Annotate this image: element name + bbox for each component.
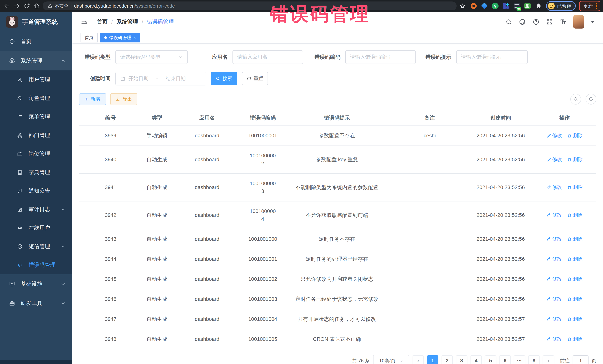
export-button[interactable]: 导出 xyxy=(110,93,137,105)
github-icon[interactable] xyxy=(519,18,526,25)
page-size-select[interactable]: 10条/页 xyxy=(373,355,409,364)
goto-page-input[interactable] xyxy=(573,355,589,364)
tag-home[interactable]: 首页 xyxy=(81,33,98,43)
edit-link[interactable]: 修改 xyxy=(546,156,562,163)
fullscreen-icon[interactable] xyxy=(546,19,553,25)
cell-type: 自动生成 xyxy=(142,309,172,329)
edit-link[interactable]: 修改 xyxy=(546,296,562,302)
edit-link[interactable]: 修改 xyxy=(546,276,562,282)
page-button-1[interactable]: 1 xyxy=(427,355,438,364)
more-pages-button[interactable]: ••• xyxy=(514,355,525,364)
browser-back-icon[interactable] xyxy=(3,2,11,10)
page-button-2[interactable]: 2 xyxy=(441,355,453,364)
browser-home-icon[interactable] xyxy=(33,2,41,10)
sidebar-collapse-bar[interactable] xyxy=(0,360,72,364)
delete-link[interactable]: 删除 xyxy=(567,296,583,302)
user-menu-caret-icon[interactable] xyxy=(591,21,595,23)
not-secure-warning[interactable]: 不安全 xyxy=(47,3,69,9)
chrome-menu-icon[interactable] xyxy=(596,3,597,9)
sidebar-item-infrastructure[interactable]: 基础设施 xyxy=(0,274,72,294)
tag-close-icon[interactable]: × xyxy=(134,36,136,40)
help-icon[interactable] xyxy=(533,18,540,25)
edit-link[interactable]: 修改 xyxy=(546,336,562,342)
sidebar-item-sms-management[interactable]: 短信管理 xyxy=(0,237,72,256)
prev-page-button[interactable]: ‹ xyxy=(413,355,424,364)
sidebar-item-dev-tools[interactable]: 研发工具 xyxy=(0,294,72,313)
profile-paused-badge[interactable]: 已暂停 xyxy=(546,1,576,11)
hide-search-icon[interactable] xyxy=(570,94,581,105)
tag-label: 首页 xyxy=(85,35,93,41)
extensions-puzzle-icon[interactable] xyxy=(534,2,543,10)
delete-link[interactable]: 删除 xyxy=(567,212,583,218)
browser-forward-icon[interactable] xyxy=(13,2,21,10)
edit-link[interactable]: 修改 xyxy=(546,316,562,322)
extension-icon-green-y[interactable]: y xyxy=(491,2,499,10)
page-button-8[interactable]: 8 xyxy=(528,355,540,364)
edit-link[interactable]: 修改 xyxy=(546,132,562,139)
cell-message: 定时任务不存在 xyxy=(283,229,391,249)
extension-icon-gem[interactable] xyxy=(481,2,488,10)
refresh-table-icon[interactable] xyxy=(586,94,596,105)
app-logo[interactable]: 芋道管理系统 xyxy=(0,12,72,32)
page-button-4[interactable]: 4 xyxy=(471,355,482,364)
sidebar-item-department-management[interactable]: 部门管理 xyxy=(0,126,72,144)
breadcrumb-system[interactable]: 系统管理 xyxy=(116,18,138,26)
hamburger-icon[interactable] xyxy=(81,18,88,26)
sidebar-item-announcement[interactable]: 通知公告 xyxy=(0,182,72,200)
delete-link[interactable]: 删除 xyxy=(567,336,583,342)
update-button-label: 更新 xyxy=(583,3,593,9)
delete-link[interactable]: 删除 xyxy=(567,184,583,190)
extension-icon-list-on[interactable]: on xyxy=(513,2,521,10)
extension-icon-orange[interactable] xyxy=(470,2,477,10)
user-icon xyxy=(16,77,23,82)
search-button[interactable]: 搜索 xyxy=(211,72,237,85)
error-message-input[interactable] xyxy=(461,54,523,60)
app-name-input[interactable] xyxy=(237,54,298,60)
date-range-picker[interactable]: 开始日期 - 结束日期 xyxy=(116,72,206,86)
error-type-select[interactable]: 请选择错误码类型 xyxy=(116,50,188,64)
error-code-input[interactable] xyxy=(350,54,411,60)
sidebar-item-user-management[interactable]: 用户管理 xyxy=(0,70,72,89)
add-button[interactable]: + 新增 xyxy=(79,93,106,105)
tag-error-code-management[interactable]: 错误码管理 × xyxy=(100,33,140,43)
page-button-5[interactable]: 5 xyxy=(485,355,496,364)
col-header-created: 创建时间 xyxy=(469,110,533,126)
page-button-6[interactable]: 6 xyxy=(499,355,510,364)
delete-link[interactable]: 删除 xyxy=(567,156,583,163)
delete-link[interactable]: 删除 xyxy=(567,236,583,242)
delete-link[interactable]: 删除 xyxy=(567,132,583,139)
delete-link[interactable]: 删除 xyxy=(567,276,583,282)
address-bar[interactable]: 不安全 dashboard.yudao.iocoder.cn/system/er… xyxy=(43,1,457,10)
edit-link[interactable]: 修改 xyxy=(546,212,562,218)
bookmark-star-icon[interactable] xyxy=(458,2,467,10)
page-button-3[interactable]: 3 xyxy=(456,355,467,364)
sidebar-item-online-users[interactable]: 在线用户 xyxy=(0,219,72,237)
next-page-button[interactable]: › xyxy=(543,355,554,364)
sidebar-item-audit-log[interactable]: 审计日志 xyxy=(0,200,72,219)
sidebar-item-role-management[interactable]: 角色管理 xyxy=(0,89,72,108)
sidebar-item-dict-management[interactable]: 字典管理 xyxy=(0,163,72,182)
sidebar-item-home[interactable]: 首页 xyxy=(0,32,72,51)
search-icon[interactable] xyxy=(505,19,512,25)
edit-link[interactable]: 修改 xyxy=(546,256,562,262)
breadcrumb-home[interactable]: 首页 xyxy=(97,18,108,26)
sidebar-item-post-management[interactable]: 岗位管理 xyxy=(0,144,72,163)
extension-icon-diamond-grid[interactable] xyxy=(502,2,510,10)
goto-suffix: 页 xyxy=(591,357,596,364)
reset-button[interactable]: 重置 xyxy=(242,72,268,85)
goto-page: 前往 页 xyxy=(560,355,596,364)
cell-app: dashboard xyxy=(172,229,242,249)
sidebar-item-system-management[interactable]: 系统管理 xyxy=(0,51,72,70)
edit-link[interactable]: 修改 xyxy=(546,184,562,190)
edit-link[interactable]: 修改 xyxy=(546,236,562,242)
sidebar-item-error-code-management[interactable]: 错误码管理 xyxy=(0,256,72,274)
delete-link[interactable]: 删除 xyxy=(567,256,583,262)
delete-link[interactable]: 删除 xyxy=(567,316,583,322)
browser-update-button[interactable]: 更新 xyxy=(579,1,600,11)
browser-reload-icon[interactable] xyxy=(23,2,31,10)
font-size-icon[interactable] xyxy=(560,18,567,25)
col-header-type: 类型 xyxy=(142,110,172,126)
sidebar-item-menu-management[interactable]: 菜单管理 xyxy=(0,108,72,126)
extension-icon-green-person[interactable] xyxy=(524,2,531,10)
user-avatar[interactable] xyxy=(573,15,584,29)
